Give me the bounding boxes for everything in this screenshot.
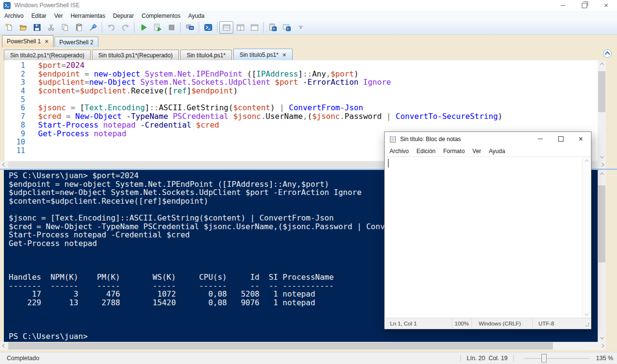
scroll-right-arrow[interactable] (598, 342, 606, 350)
scroll-left-arrow[interactable] (0, 342, 8, 350)
text-caret (388, 159, 389, 168)
notepad-text-area[interactable] (385, 156, 590, 318)
editor-line: 8Start-Process notepad -Credential $cred (0, 121, 606, 130)
new-script-icon[interactable] (2, 21, 16, 34)
zoom-slider-thumb[interactable] (541, 354, 547, 363)
scroll-left-arrow[interactable] (0, 161, 8, 169)
scroll-up-arrow[interactable] (582, 157, 590, 165)
notepad-menu-item-archivo[interactable]: Archivo (386, 146, 413, 156)
notepad-vertical-scrollbar[interactable] (582, 157, 590, 318)
show-powershell-window-icon[interactable] (280, 21, 294, 34)
scroll-down-arrow[interactable] (598, 153, 606, 161)
script-file-tabs: Sin título2.ps1*(Recuperado)Sin título3.… (0, 47, 617, 60)
run-script-icon[interactable] (136, 21, 150, 34)
scroll-up-arrow[interactable] (598, 170, 606, 178)
menu-bar: ArchivoEditarVerHerramientasDepurarCompl… (0, 11, 617, 21)
scrollbar-thumb[interactable] (8, 342, 553, 350)
powershell-tab-powershell-2[interactable]: PowerShell 2 (54, 37, 98, 47)
menu-item-ver[interactable]: Ver (50, 11, 67, 21)
toolbar-separator (134, 22, 134, 33)
tab-label: PowerShell 2 (59, 39, 94, 46)
window-controls: × (552, 0, 617, 11)
toolbar (0, 21, 617, 35)
minimize-button[interactable] (552, 0, 574, 11)
close-button[interactable]: × (571, 132, 591, 146)
collapse-script-pane-button[interactable] (603, 49, 612, 58)
divider (460, 355, 461, 362)
window-title: Windows PowerShell ISE (14, 2, 80, 9)
close-tab-icon[interactable]: × (45, 39, 49, 44)
powershell-tabs: PowerShell 1×PowerShell 2 (0, 35, 617, 47)
script-tab-sin-titulo3-ps1-recuperado[interactable]: Sin título3.ps1*(Recuperado) (92, 50, 179, 60)
editor-line: 5 (0, 95, 606, 104)
editor-line: 3$udpclient=new-Object System.Net.Socket… (0, 78, 606, 87)
close-button[interactable]: × (595, 0, 617, 11)
console-vertical-scrollbar[interactable] (598, 170, 606, 342)
save-icon[interactable] (30, 21, 44, 34)
editor-line: 4$content=$udpclient.Receive([ref]$endpo… (0, 87, 606, 95)
notepad-menu-item-edicion[interactable]: Edición (413, 146, 439, 156)
script-tab-sin-titulo5-ps1[interactable]: Sin título5.ps1*× (233, 49, 293, 60)
resize-grip[interactable] (584, 322, 590, 327)
scroll-down-arrow[interactable] (582, 311, 590, 318)
notepad-title-bar: Sin título: Bloc de notas × (385, 132, 591, 146)
show-commands-icon[interactable] (266, 21, 280, 34)
zoom-slider-track[interactable] (524, 358, 590, 359)
stop-operation-icon[interactable] (164, 21, 178, 34)
open-script-icon[interactable] (16, 21, 30, 34)
menu-item-complementos[interactable]: Complementos (138, 11, 185, 21)
powershell-tab-powershell-1[interactable]: PowerShell 1× (2, 35, 54, 47)
status-right-cluster: Lín. 20 Col. 19 135 % (455, 354, 613, 363)
toolbar-separator (180, 22, 181, 33)
menu-item-ayuda[interactable]: Ayuda (184, 11, 208, 21)
notepad-menu-item-formato[interactable]: Formato (439, 146, 469, 156)
editor-vertical-scrollbar[interactable] (598, 60, 606, 161)
script-tab-sin-titulo4-ps1[interactable]: Sin título4.ps1* (180, 50, 232, 60)
menu-item-herramientas[interactable]: Herramientas (67, 11, 109, 21)
cut-icon[interactable] (44, 21, 58, 34)
menu-item-editar[interactable]: Editar (27, 11, 50, 21)
close-tab-icon[interactable]: × (282, 52, 286, 57)
new-remote-powershell-tab-icon[interactable] (183, 21, 197, 34)
scrollbar-thumb[interactable] (598, 185, 605, 262)
menu-item-archivo[interactable]: Archivo (0, 11, 27, 21)
scrollbar-thumb[interactable] (598, 71, 605, 112)
scroll-up-arrow[interactable] (598, 60, 606, 68)
tab-label: Sin título5.ps1* (240, 52, 279, 58)
start-powershell-exe-icon[interactable] (201, 21, 215, 34)
powershell-ise-app-icon (3, 2, 11, 9)
toolbar-separator (263, 22, 264, 33)
toolbar-overflow-icon[interactable] (294, 21, 308, 34)
run-selection-icon[interactable] (150, 21, 164, 34)
notepad-window: Sin título: Bloc de notas × ArchivoEdici… (384, 131, 591, 329)
script-tab-sin-titulo2-ps1-recuperado[interactable]: Sin título2.ps1*(Recuperado) (4, 50, 91, 60)
layout-script-pane-top-icon[interactable] (219, 21, 233, 34)
notepad-menu-item-ver[interactable]: Ver (469, 146, 485, 156)
scroll-down-arrow[interactable] (598, 334, 606, 342)
console-horizontal-scrollbar[interactable] (0, 342, 606, 350)
notepad-status-bar: Ln 1, Col 1 100% Windows (CRLF) UTF-8 (385, 318, 590, 328)
redo-icon[interactable] (118, 21, 132, 34)
clear-console-pane-icon[interactable] (86, 21, 100, 34)
restore-button[interactable] (574, 0, 595, 11)
notepad-zoom: 100% (452, 318, 471, 328)
copy-icon[interactable] (58, 21, 72, 34)
notepad-menu-bar: ArchivoEdiciónFormatoVerAyuda (385, 146, 591, 156)
maximize-button[interactable] (550, 132, 571, 146)
paste-icon[interactable] (72, 21, 86, 34)
notepad-eol-format: Windows (CRLF) (471, 318, 532, 328)
tab-label: Sin título4.ps1* (187, 52, 226, 59)
zoom-slider[interactable] (524, 354, 590, 363)
layout-script-pane-maximized-icon[interactable] (247, 21, 261, 34)
layout-script-pane-right-icon[interactable] (233, 21, 247, 34)
notepad-menu-item-ayuda[interactable]: Ayuda (485, 146, 509, 156)
minimize-button[interactable] (530, 132, 550, 146)
toolbar-separator (199, 22, 199, 33)
toolbar-separator (102, 22, 102, 33)
title-bar: Windows PowerShell ISE × (0, 0, 617, 11)
scroll-right-arrow[interactable] (598, 161, 606, 169)
undo-icon[interactable] (104, 21, 118, 34)
menu-item-depurar[interactable]: Depurar (109, 11, 137, 21)
editor-line: 1$port=2024 (0, 61, 606, 70)
line-col-indicator: Lín. 20 Col. 19 (467, 355, 508, 362)
